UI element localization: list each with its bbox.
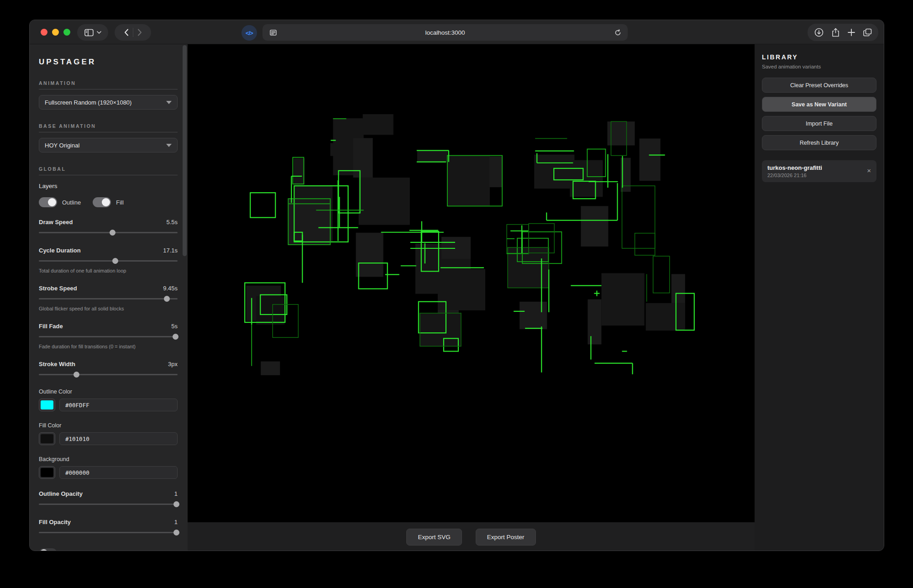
slider-label: Fill Fade	[39, 323, 63, 330]
traffic-lights	[41, 29, 70, 36]
slider-value: 9.45s	[163, 285, 178, 292]
slider-label: Strobe Speed	[39, 285, 77, 292]
slider-track	[39, 336, 178, 337]
back-button[interactable]	[124, 29, 129, 36]
library-item[interactable]: turkos-neon-grafitti 22/03/2026 21:16 ×	[762, 160, 876, 182]
base-animation-dropdown[interactable]: HOY Original	[39, 138, 178, 152]
randomize-draw-direction-toggle[interactable]	[39, 548, 57, 551]
slider-thumb[interactable]	[112, 258, 118, 264]
color-swatch[interactable]	[39, 466, 55, 479]
slider-thumb[interactable]	[173, 501, 179, 507]
export-bar: Export SVG Export Poster	[188, 522, 755, 551]
slider-track-area[interactable]	[39, 501, 178, 507]
section-animation: ANIMATION	[39, 80, 178, 86]
slider-thumb[interactable]	[173, 530, 179, 536]
reload-icon[interactable]	[614, 29, 621, 36]
minimize-window-button[interactable]	[52, 29, 59, 36]
color-swatch[interactable]	[39, 399, 55, 411]
library-button[interactable]: Refresh Library	[762, 135, 876, 150]
library-button[interactable]: Save as New Variant	[762, 97, 876, 112]
library-item-name: turkos-neon-grafitti	[767, 164, 871, 171]
sidebar-toggle-button[interactable]	[77, 24, 108, 41]
randomize-label: Randomize Draw Direction	[63, 550, 133, 551]
slider-thumb[interactable]	[173, 334, 178, 340]
browser-titlebar: </> localhost:3000	[30, 20, 884, 44]
slider-control: Cycle Duration 17.1s Total duration of o…	[39, 247, 178, 273]
slider-value: 1	[174, 519, 178, 525]
color-swatch[interactable]	[39, 432, 55, 445]
slider-label: Fill Opacity	[39, 519, 71, 525]
color-hex-input[interactable]: #000000	[59, 466, 178, 479]
library-panel: LIBRARY Saved animation variants Clear P…	[755, 44, 884, 551]
section-divider	[39, 132, 178, 132]
nav-buttons	[115, 24, 151, 41]
slider-control: Fill Opacity 1	[39, 519, 178, 536]
library-button[interactable]: Clear Preset Overrides	[762, 78, 876, 93]
toggle-knob	[48, 198, 56, 206]
slider-track	[39, 532, 178, 533]
dropdown-caret-icon	[166, 101, 172, 104]
slider-label: Cycle Duration	[39, 247, 81, 254]
new-tab-icon[interactable]	[848, 29, 855, 36]
slider-thumb[interactable]	[164, 296, 170, 302]
slider-track-area[interactable]	[39, 372, 178, 378]
toggle-knob	[40, 549, 48, 551]
slider-track-area[interactable]	[39, 230, 178, 236]
color-swatch-fill	[41, 400, 53, 410]
address-bar[interactable]: localhost:3000	[262, 24, 628, 41]
slider-track-area[interactable]	[39, 334, 178, 340]
page-format-icon[interactable]	[270, 30, 277, 36]
slider-track-area[interactable]	[39, 296, 178, 302]
slider-track	[39, 504, 178, 505]
web-inspector-button[interactable]: </>	[241, 25, 257, 41]
export-svg-button[interactable]: Export SVG	[406, 529, 462, 546]
sidebar-scrollbar[interactable]	[183, 45, 187, 256]
close-icon[interactable]: ×	[867, 167, 871, 174]
slider-control: Fill Fade 5s Fade duration for fill tran…	[39, 323, 178, 349]
toggle-knob	[102, 198, 110, 206]
sidebar-icon	[84, 29, 94, 37]
slider-label: Draw Speed	[39, 219, 73, 226]
color-swatch-fill	[41, 434, 53, 443]
color-swatch-fill	[41, 468, 53, 477]
slider-description: Total duration of one full animation loo…	[39, 268, 178, 273]
downloads-icon[interactable]	[814, 28, 824, 37]
slider-label: Stroke Width	[39, 361, 75, 368]
outline-layer-toggle[interactable]	[39, 197, 57, 207]
library-item-date: 22/03/2026 21:16	[767, 173, 871, 178]
layers-label: Layers	[39, 183, 178, 189]
slider-track-area[interactable]	[39, 530, 178, 536]
animation-canvas[interactable]	[188, 44, 755, 522]
slider-thumb[interactable]	[73, 372, 79, 378]
color-label: Background	[39, 456, 178, 462]
maximize-window-button[interactable]	[63, 29, 70, 36]
toolbar-actions	[808, 24, 878, 41]
main-area: Export SVG Export Poster	[188, 44, 755, 551]
color-label: Fill Color	[39, 422, 178, 429]
section-base-animation: BASE ANIMATION	[39, 123, 178, 129]
animation-dropdown[interactable]: Fullscreen Random (1920×1080)	[39, 95, 178, 110]
browser-window: </> localhost:3000	[29, 20, 884, 551]
forward-button[interactable]	[137, 29, 142, 36]
slider-thumb[interactable]	[110, 230, 115, 236]
library-button[interactable]: Import File	[762, 116, 876, 131]
slider-value: 17.1s	[163, 247, 178, 254]
export-poster-button[interactable]: Export Poster	[476, 529, 536, 546]
fill-layer-toggle[interactable]	[93, 197, 111, 207]
slider-track	[39, 232, 178, 233]
color-label: Outline Color	[39, 388, 178, 395]
color-hex-input[interactable]: #101010	[59, 432, 178, 445]
slider-description: Global flicker speed for all solid block…	[39, 306, 178, 311]
share-icon[interactable]	[832, 28, 840, 37]
library-title: LIBRARY	[762, 53, 876, 61]
close-window-button[interactable]	[41, 29, 47, 36]
color-control: Outline Color #00FDFF	[39, 388, 178, 411]
slider-track-area[interactable]	[39, 258, 178, 264]
color-hex-input[interactable]: #00FDFF	[59, 399, 178, 411]
slider-control: Stroke Width 3px	[39, 361, 178, 378]
section-divider	[39, 175, 178, 175]
tab-overview-icon[interactable]	[863, 28, 872, 37]
slider-track	[39, 298, 178, 299]
app-title: UPSTAGER	[39, 58, 178, 67]
chevron-down-icon	[97, 31, 101, 34]
